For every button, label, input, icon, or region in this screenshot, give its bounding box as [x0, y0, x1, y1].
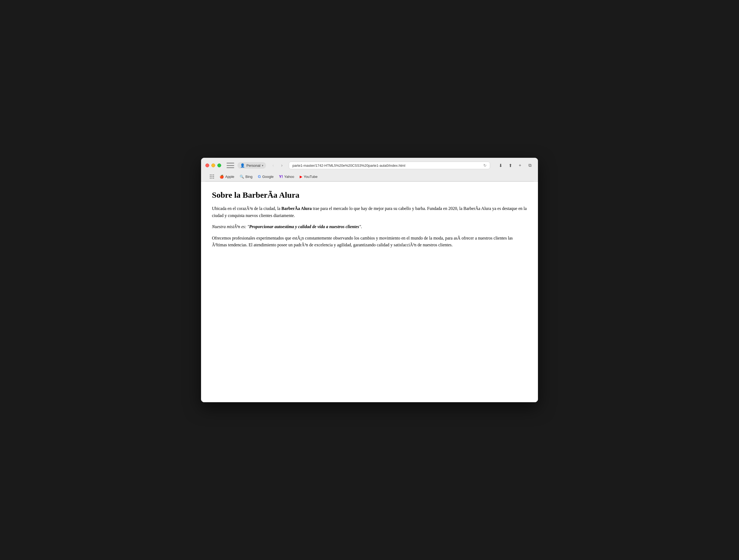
mission-post: ".: [359, 224, 362, 229]
mission-text: Proporcionar autoestima y calidad de vid…: [249, 224, 359, 229]
apple-icon: 🍎: [219, 175, 224, 179]
grid-dot: [213, 174, 214, 175]
apps-grid-button[interactable]: [210, 174, 214, 179]
paragraph-mission: Nuestra misiÃ³n es: "Proporcionar autoes…: [212, 223, 527, 230]
page-title: Sobre la BarberÃa Alura: [212, 190, 527, 200]
grid-dot: [210, 176, 211, 177]
close-button[interactable]: [205, 164, 209, 167]
bookmark-apple[interactable]: 🍎 Apple: [217, 174, 237, 180]
traffic-lights: [205, 164, 221, 167]
paragraph-1: Ubicada en el corazÃ³n de la ciudad, la …: [212, 205, 527, 219]
profile-pill[interactable]: 👤 Personal ▾: [238, 162, 266, 169]
toolbar-right: ⬇ ⬆ + ⧉: [497, 162, 534, 169]
bookmarks-bar: 🍎 Apple 🔍 Bing G Google Y! Yahoo ▶ YouTu…: [205, 172, 534, 181]
grid-dot: [210, 178, 211, 179]
address-bar[interactable]: parte1-master/1742-HTML5%20e%20CSS3%20pa…: [289, 162, 490, 169]
grid-dot: [211, 176, 212, 177]
profile-label: Personal: [247, 164, 260, 168]
bookmark-bing[interactable]: 🔍 Bing: [238, 174, 255, 180]
bing-icon: 🔍: [240, 175, 244, 179]
bookmark-youtube[interactable]: ▶ YouTube: [297, 174, 320, 180]
page-content: Sobre la BarberÃa Alura Ubicada en el co…: [201, 182, 538, 402]
youtube-icon: ▶: [300, 175, 302, 179]
mission-pre: Nuestra misiÃ³n es: ": [212, 224, 249, 229]
browser-window: 👤 Personal ▾ ‹ › parte1-master/1742-HTML…: [201, 158, 538, 402]
minimize-button[interactable]: [211, 164, 215, 167]
back-button[interactable]: ‹: [269, 162, 277, 169]
bookmark-google-label: Google: [262, 175, 274, 179]
bookmark-apple-label: Apple: [225, 175, 234, 179]
tab-overview-button[interactable]: ⧉: [526, 162, 534, 169]
nav-buttons: ‹ ›: [269, 162, 286, 169]
grid-dot: [210, 174, 211, 175]
paragraph-1-pre: Ubicada en el corazÃ³n de la ciudad, la: [212, 206, 282, 211]
yahoo-icon: Y!: [279, 174, 283, 179]
new-tab-button[interactable]: +: [516, 162, 524, 169]
address-bar-container: parte1-master/1742-HTML5%20e%20CSS3%20pa…: [289, 162, 490, 169]
bookmark-youtube-label: YouTube: [304, 175, 318, 179]
forward-button[interactable]: ›: [278, 162, 286, 169]
maximize-button[interactable]: [217, 164, 221, 167]
paragraph-3: Ofrecemos profesionales experimentados q…: [212, 235, 527, 248]
grid-dot: [213, 178, 214, 179]
sidebar-toggle-button[interactable]: [227, 163, 234, 168]
title-bar: 👤 Personal ▾ ‹ › parte1-master/1742-HTML…: [201, 158, 538, 182]
bookmark-bing-label: Bing: [245, 175, 252, 179]
barbershop-name: BarberÃa Alura: [282, 206, 312, 211]
bookmark-yahoo-label: Yahoo: [284, 175, 294, 179]
google-icon: G: [258, 174, 261, 179]
avatar-icon: 👤: [240, 163, 245, 168]
grid-dot: [211, 174, 212, 175]
download-button[interactable]: ⬇: [497, 162, 504, 169]
grid-dot: [211, 178, 212, 179]
chevron-down-icon: ▾: [262, 164, 263, 167]
reload-icon[interactable]: ↻: [483, 163, 487, 168]
bookmark-google[interactable]: G Google: [256, 174, 276, 180]
share-button[interactable]: ⬆: [506, 162, 514, 169]
bookmark-yahoo[interactable]: Y! Yahoo: [277, 174, 296, 180]
url-text: parte1-master/1742-HTML5%20e%20CSS3%20pa…: [292, 164, 405, 168]
grid-dot: [213, 176, 214, 177]
